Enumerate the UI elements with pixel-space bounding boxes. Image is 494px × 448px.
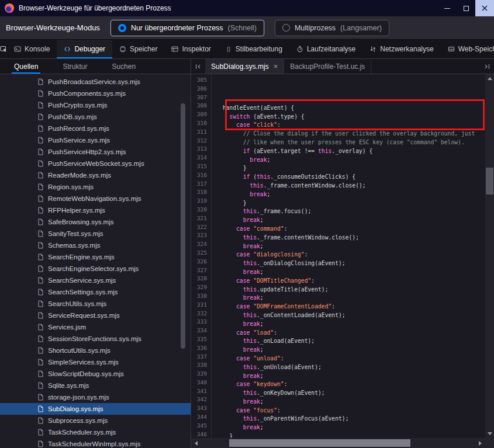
- line-number[interactable]: 339: [191, 370, 211, 378]
- line-number[interactable]: 327: [191, 266, 211, 275]
- source-item[interactable]: RFPHelper.sys.mjs: [0, 204, 191, 216]
- sources-scrollbar-thumb[interactable]: [181, 103, 185, 349]
- source-item[interactable]: PushServiceWebSocket.sys.mjs: [0, 158, 191, 169]
- source-item[interactable]: SearchEngine.sys.mjs: [0, 251, 191, 263]
- line-number[interactable]: 319: [191, 197, 211, 206]
- line-number[interactable]: 324: [191, 240, 211, 249]
- line-number[interactable]: 326: [191, 258, 211, 266]
- source-item[interactable]: storage-json.sys.mjs: [0, 391, 191, 403]
- line-number[interactable]: 337: [191, 353, 211, 362]
- source-item[interactable]: Subprocess.sys.mjs: [0, 415, 191, 426]
- line-number[interactable]: 330: [191, 292, 211, 301]
- line-number[interactable]: 329: [191, 283, 211, 292]
- line-number[interactable]: 318: [191, 188, 211, 197]
- editor-vertical-scrollbar[interactable]: [485, 74, 494, 438]
- minimize-button[interactable]: [438, 0, 457, 16]
- tab-struktur[interactable]: Struktur: [60, 59, 89, 74]
- node-picker-button[interactable]: [0, 40, 7, 58]
- line-number[interactable]: 345: [191, 422, 211, 430]
- line-number[interactable]: 342: [191, 395, 211, 404]
- line-number[interactable]: 325: [191, 249, 211, 258]
- line-number[interactable]: 306: [191, 85, 211, 93]
- tool-tab-netzwerkanalyse[interactable]: Netzwerkanalyse: [362, 40, 440, 58]
- source-item[interactable]: ServiceRequest.sys.mjs: [0, 310, 191, 321]
- line-number[interactable]: 340: [191, 378, 211, 387]
- source-item[interactable]: PushServiceHttp2.sys.mjs: [0, 146, 191, 158]
- expand-panel-button[interactable]: [480, 59, 494, 74]
- line-number[interactable]: 338: [191, 361, 211, 370]
- tool-tab-laufzeitanalyse[interactable]: Laufzeitanalyse: [289, 40, 362, 58]
- editor-tab[interactable]: SubDialog.sys.mjs: [205, 59, 284, 74]
- line-number[interactable]: 320: [191, 206, 211, 214]
- vertical-scrollbar-thumb[interactable]: [486, 168, 493, 195]
- source-item[interactable]: TaskScheduler.sys.mjs: [0, 426, 191, 438]
- source-item[interactable]: SearchService.sys.mjs: [0, 275, 191, 286]
- source-item[interactable]: Schemas.sys.mjs: [0, 239, 191, 251]
- line-number[interactable]: 314: [191, 154, 211, 162]
- source-item[interactable]: SearchEngineSelector.sys.mjs: [0, 263, 191, 275]
- scroll-right-button[interactable]: [475, 438, 485, 448]
- horizontal-scrollbar-thumb[interactable]: [229, 439, 410, 447]
- line-number[interactable]: 334: [191, 327, 211, 335]
- tool-tab-konsole[interactable]: Konsole: [7, 40, 57, 58]
- line-number[interactable]: 346: [191, 430, 211, 438]
- source-item[interactable]: Sqlite.sys.mjs: [0, 380, 191, 391]
- editor-tab[interactable]: BackupProfile-Test.uc.js: [284, 59, 371, 74]
- scroll-left-button[interactable]: [191, 438, 201, 448]
- source-item[interactable]: SimpleServices.sys.mjs: [0, 356, 191, 368]
- mode-option-multiprocess[interactable]: Multiprozess (Langsamer): [275, 20, 389, 36]
- source-item[interactable]: SearchSettings.sys.mjs: [0, 286, 191, 298]
- source-item[interactable]: Services.jsm: [0, 321, 191, 333]
- mode-option-parent-process[interactable]: Nur übergeordneter Prozess (Schnell): [110, 20, 264, 36]
- line-number[interactable]: 344: [191, 413, 211, 422]
- line-number[interactable]: 307: [191, 93, 211, 102]
- source-item[interactable]: TaskSchedulerWinImpl.sys.mjs: [0, 438, 191, 448]
- source-item[interactable]: PushRecord.sys.mjs: [0, 123, 191, 134]
- editor-horizontal-scrollbar[interactable]: [191, 438, 485, 448]
- line-number[interactable]: 331: [191, 301, 211, 310]
- line-number[interactable]: 309: [191, 110, 211, 119]
- line-number[interactable]: 321: [191, 214, 211, 223]
- source-item[interactable]: SlowScriptDebug.sys.mjs: [0, 368, 191, 380]
- tool-tab-debugger[interactable]: Debugger: [57, 40, 112, 58]
- line-number[interactable]: 311: [191, 128, 211, 137]
- line-number[interactable]: 336: [191, 344, 211, 353]
- tool-tab-inspektor[interactable]: Inspektor: [164, 40, 217, 58]
- collapse-sidebar-button[interactable]: [191, 59, 205, 74]
- scroll-down-button[interactable]: [485, 429, 494, 438]
- line-number[interactable]: 313: [191, 145, 211, 154]
- line-number[interactable]: 343: [191, 404, 211, 413]
- source-item[interactable]: SessionStoreFunctions.sys.mjs: [0, 333, 191, 345]
- tab-quellen[interactable]: Quellen: [12, 59, 40, 74]
- source-item[interactable]: PushDB.sys.mjs: [0, 111, 191, 123]
- tool-tab-speicher[interactable]: Speicher: [112, 40, 164, 58]
- source-item[interactable]: RemoteWebNavigation.sys.mjs: [0, 193, 191, 204]
- scroll-up-button[interactable]: [485, 74, 494, 83]
- line-number[interactable]: 315: [191, 162, 211, 171]
- line-number[interactable]: 335: [191, 335, 211, 344]
- line-number[interactable]: 333: [191, 318, 211, 327]
- source-item[interactable]: PushCrypto.sys.mjs: [0, 99, 191, 111]
- close-window-button[interactable]: [475, 0, 494, 16]
- line-number-gutter[interactable]: 3053063073083093103113123133143153163173…: [191, 74, 212, 438]
- line-number[interactable]: 317: [191, 180, 211, 189]
- line-number[interactable]: 305: [191, 76, 211, 85]
- tool-tab-web-speicher[interactable]: Web-Speicher: [441, 40, 494, 58]
- line-number[interactable]: 341: [191, 387, 211, 396]
- line-number[interactable]: 312: [191, 137, 211, 145]
- source-item[interactable]: PushComponents.sys.mjs: [0, 88, 191, 99]
- source-item[interactable]: SanityTest.sys.mjs: [0, 228, 191, 239]
- source-item[interactable]: PushService.sys.mjs: [0, 134, 191, 146]
- tab-suchen[interactable]: Suchen: [109, 59, 138, 74]
- source-item[interactable]: SearchUtils.sys.mjs: [0, 298, 191, 310]
- close-tab-icon[interactable]: [274, 62, 278, 71]
- line-number[interactable]: 332: [191, 310, 211, 318]
- line-number[interactable]: 316: [191, 171, 211, 180]
- source-item[interactable]: Region.sys.mjs: [0, 181, 191, 193]
- code-editor[interactable]: 3053063073083093103113123133143153163173…: [191, 74, 494, 448]
- source-item[interactable]: PushBroadcastService.sys.mjs: [0, 76, 191, 88]
- source-item[interactable]: SubDialog.sys.mjs: [0, 403, 191, 415]
- source-item[interactable]: SafeBrowsing.sys.mjs: [0, 216, 191, 228]
- line-number[interactable]: 328: [191, 275, 211, 283]
- line-number[interactable]: 323: [191, 231, 211, 240]
